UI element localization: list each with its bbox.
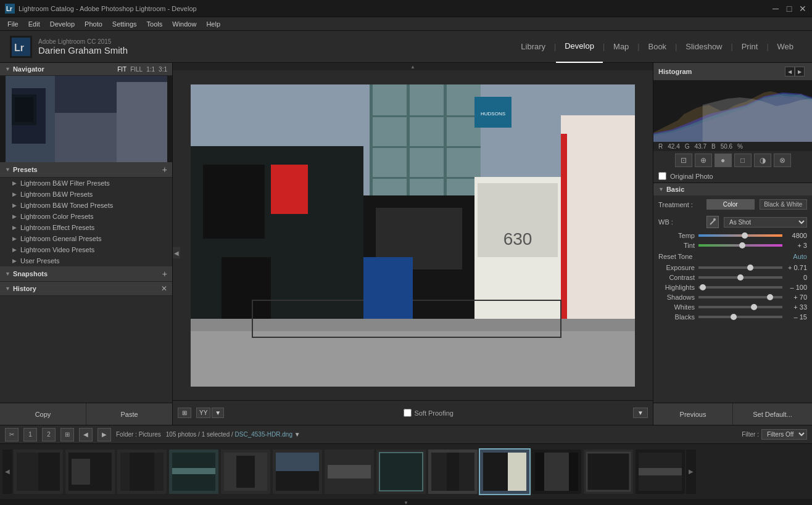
- view-loupe-button[interactable]: ⊡: [675, 154, 692, 167]
- preset-effect[interactable]: ▶ Lightroom Effect Presets: [0, 222, 172, 233]
- film-thumb-4[interactable]: [169, 450, 218, 494]
- view-before-after-button[interactable]: ⊕: [695, 154, 712, 167]
- preset-bw-filter[interactable]: ▶ Lightroom B&W Filter Presets: [0, 178, 172, 189]
- highlights-thumb[interactable]: [700, 284, 706, 290]
- auto-tone-button[interactable]: Auto: [793, 253, 807, 260]
- preset-user[interactable]: ▶ User Presets: [0, 255, 172, 266]
- nav-develop[interactable]: Develop: [556, 31, 603, 63]
- film-thumb-2[interactable]: [65, 450, 115, 494]
- filename-dropdown[interactable]: ▼: [294, 431, 300, 438]
- filmstrip-scroll-left[interactable]: ◀: [2, 450, 12, 494]
- temp-thumb[interactable]: [742, 232, 748, 239]
- menu-photo[interactable]: Photo: [80, 17, 107, 31]
- preset-general[interactable]: ▶ Lightroom General Presets: [0, 233, 172, 244]
- view-settings-button[interactable]: ⊗: [774, 154, 791, 167]
- temp-slider[interactable]: [698, 234, 782, 237]
- film-thumb-7[interactable]: [325, 450, 374, 494]
- menu-help[interactable]: Help: [201, 17, 225, 31]
- film-thumb-6[interactable]: [273, 450, 322, 494]
- contrast-thumb[interactable]: [737, 274, 744, 281]
- preset-video[interactable]: ▶ Lightroom Video Presets: [0, 244, 172, 255]
- exposure-thumb[interactable]: [747, 265, 753, 271]
- filmstrip-scroll-right[interactable]: ▶: [686, 450, 696, 494]
- toolbar-expand-button[interactable]: ▼: [633, 408, 648, 418]
- grid-view-button[interactable]: ⊞: [60, 428, 74, 441]
- nav-print[interactable]: Print: [733, 31, 767, 63]
- paste-button[interactable]: Paste: [86, 403, 172, 425]
- original-photo-checkbox[interactable]: [658, 172, 666, 180]
- shadows-thumb[interactable]: [767, 294, 773, 300]
- menu-tools[interactable]: Tools: [142, 17, 168, 31]
- menu-window[interactable]: Window: [167, 17, 201, 31]
- highlights-slider[interactable]: [698, 286, 782, 289]
- minimize-button[interactable]: ─: [771, 4, 780, 13]
- previous-button[interactable]: Previous: [653, 403, 733, 425]
- film-thumb-10[interactable]: [480, 450, 529, 494]
- history-close-icon[interactable]: ✕: [161, 284, 167, 293]
- nav-fit-button[interactable]: FIT: [117, 66, 126, 73]
- blacks-thumb[interactable]: [731, 314, 737, 320]
- clip-shadows-button[interactable]: ◀: [785, 67, 795, 76]
- copy-button[interactable]: Copy: [0, 403, 86, 425]
- next-image-button[interactable]: ▶: [97, 428, 111, 441]
- view-yy-button[interactable]: YY: [196, 408, 210, 418]
- view-circle-button[interactable]: ●: [715, 154, 732, 167]
- film-page-1[interactable]: 1: [23, 428, 37, 441]
- nav-1-1-button[interactable]: 1:1: [146, 66, 155, 73]
- tint-thumb[interactable]: [739, 242, 745, 248]
- shadows-slider[interactable]: [698, 296, 782, 298]
- nav-web[interactable]: Web: [769, 31, 803, 63]
- view-rect-button[interactable]: □: [734, 154, 752, 167]
- film-thumb-8[interactable]: [376, 450, 426, 494]
- snapshots-add-icon[interactable]: +: [162, 269, 167, 279]
- film-thumb-9[interactable]: [428, 450, 478, 494]
- image-view[interactable]: HUDSONS 630: [173, 70, 653, 400]
- film-thumb-13[interactable]: [636, 450, 685, 494]
- tint-slider[interactable]: [698, 244, 782, 247]
- close-button[interactable]: ✕: [798, 4, 807, 13]
- maximize-button[interactable]: □: [785, 4, 793, 13]
- history-header[interactable]: ▼ History ✕: [0, 282, 172, 296]
- wb-eyedropper-icon[interactable]: [706, 216, 719, 228]
- whites-thumb[interactable]: [751, 304, 757, 310]
- treatment-bw-button[interactable]: Black & White: [760, 199, 808, 210]
- film-thumb-1[interactable]: [14, 450, 63, 494]
- navigator-preview[interactable]: [0, 76, 172, 162]
- soft-proofing-checkbox[interactable]: [404, 409, 412, 417]
- film-thumb-12[interactable]: [584, 450, 633, 494]
- film-thumb-5[interactable]: [221, 450, 270, 494]
- presets-add-icon[interactable]: +: [162, 165, 167, 174]
- nav-map[interactable]: Map: [605, 31, 637, 63]
- filename-label[interactable]: DSC_4535-HDR.dng: [235, 431, 292, 438]
- scroll-down-arrow[interactable]: ▼: [0, 499, 812, 505]
- snapshots-header[interactable]: ▼ Snapshots +: [0, 266, 172, 282]
- nav-fill-button[interactable]: FILL: [130, 66, 143, 73]
- clip-highlights-button[interactable]: ▶: [795, 67, 805, 76]
- view-dropdown[interactable]: ▼: [212, 408, 224, 418]
- whites-slider[interactable]: [698, 306, 782, 308]
- navigator-header[interactable]: ▼ Navigator FIT FILL 1:1 3:1: [0, 63, 172, 76]
- tool-crop-icon[interactable]: ✂: [5, 428, 19, 441]
- blacks-slider[interactable]: [698, 316, 782, 318]
- nav-book[interactable]: Book: [639, 31, 675, 63]
- preset-bw[interactable]: ▶ Lightroom B&W Presets: [0, 189, 172, 200]
- basic-section-header[interactable]: ▼ Basic: [653, 183, 812, 195]
- film-thumb-3[interactable]: [117, 450, 167, 494]
- contrast-slider[interactable]: [698, 276, 782, 279]
- wb-select[interactable]: As Shot Auto Daylight Cloudy Shade Custo…: [724, 217, 807, 228]
- menu-settings[interactable]: Settings: [107, 17, 142, 31]
- nav-library[interactable]: Library: [512, 31, 554, 63]
- menu-edit[interactable]: Edit: [23, 17, 45, 31]
- scroll-up-arrow[interactable]: ▲: [173, 63, 653, 70]
- film-thumb-11[interactable]: [532, 450, 581, 494]
- view-grid-button[interactable]: ⊞: [178, 408, 191, 418]
- presets-header[interactable]: ▼ Presets +: [0, 162, 172, 178]
- filter-select[interactable]: Filters Off Flagged Rated: [761, 429, 807, 440]
- treatment-color-button[interactable]: Color: [706, 199, 755, 210]
- view-compare-button[interactable]: ◑: [754, 154, 771, 167]
- preset-color[interactable]: ▶ Lightroom Color Presets: [0, 211, 172, 222]
- prev-image-button[interactable]: ◀: [79, 428, 93, 441]
- nav-3-1-button[interactable]: 3:1: [159, 66, 167, 73]
- film-page-2[interactable]: 2: [42, 428, 56, 441]
- menu-file[interactable]: File: [2, 17, 23, 31]
